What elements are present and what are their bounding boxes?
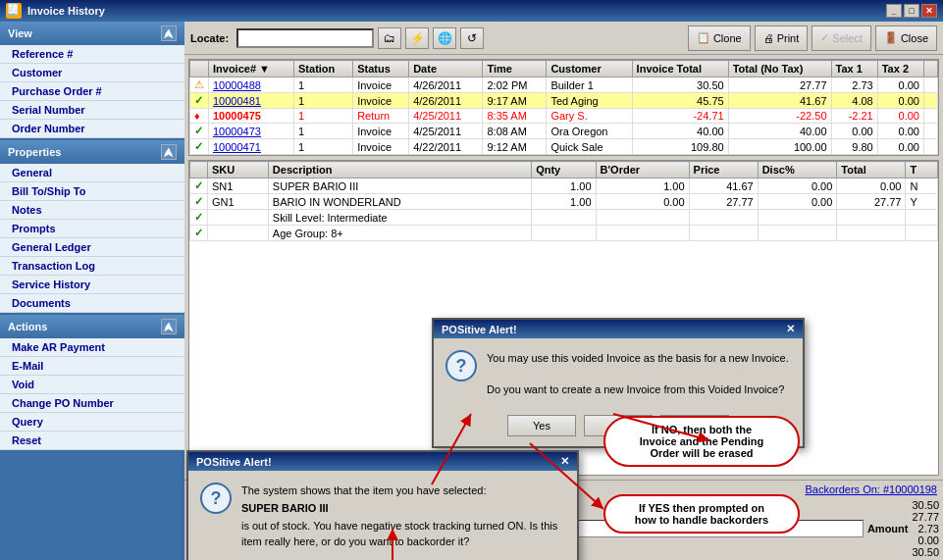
detail-col-total[interactable]: Total [837, 162, 906, 178]
row-invoice[interactable]: 10000481 [209, 93, 294, 109]
row-invoice[interactable]: 10000488 [209, 77, 294, 93]
invoice-row[interactable]: ✓ 10000473 1 Invoice 4/25/2011 8:08 AM O… [190, 124, 938, 139]
detail-col-t[interactable]: T [906, 162, 938, 178]
sidebar-item-changepо[interactable]: Change PO Number [0, 394, 184, 413]
dialog2-title-text: POSitive Alert! [196, 456, 272, 468]
sidebar-item-po[interactable]: Purchase Order # [0, 82, 184, 101]
invoice-row[interactable]: ♦ 10000475 1 Return 4/25/2011 8:35 AM Ga… [190, 109, 938, 124]
dialog-close-icon[interactable]: ✕ [786, 323, 795, 335]
sidebar-item-query[interactable]: Query [0, 413, 184, 432]
sidebar: View ⮝ Reference # Customer Purchase Ord… [0, 22, 184, 560]
row-filler [924, 109, 938, 124]
sidebar-item-serial[interactable]: Serial Number [0, 101, 184, 120]
dialog-line2: Do you want to create a new Invoice from… [487, 382, 789, 397]
col-total[interactable]: Invoice Total [632, 61, 728, 77]
invoice-row[interactable]: ✓ 10000481 1 Invoice 4/26/2011 9:17 AM T… [190, 93, 938, 109]
invoice-row[interactable]: ✓ 10000471 1 Invoice 4/22/2011 9:12 AM Q… [190, 139, 938, 155]
col-tax2[interactable]: Tax 2 [877, 61, 923, 77]
dialog2-close-icon[interactable]: ✕ [560, 455, 569, 468]
col-status[interactable]: Status [353, 61, 409, 77]
sidebar-item-reset[interactable]: Reset [0, 432, 184, 450]
maximize-btn[interactable]: □ [904, 4, 919, 18]
invoice-row[interactable]: ⚠ 10000488 1 Invoice 4/26/2011 2:02 PM B… [190, 77, 938, 93]
print-button[interactable]: 🖨 Print [755, 25, 809, 51]
amount-3: 2.73 [918, 523, 939, 535]
main-window: View ⮝ Reference # Customer Purchase Ord… [0, 22, 943, 560]
refresh-icon-btn[interactable]: ↺ [460, 27, 484, 49]
sidebar-item-ar[interactable]: Make AR Payment [0, 338, 184, 357]
sidebar-item-notes[interactable]: Notes [0, 201, 184, 220]
row-icon: ✓ [190, 124, 209, 139]
sidebar-item-billto[interactable]: Bill To/Ship To [0, 182, 184, 201]
sidebar-item-prompts[interactable]: Prompts [0, 220, 184, 238]
dialog-stock-alert: POSitive Alert! ✕ ? The system shows tha… [186, 450, 579, 560]
row-status: Invoice [353, 93, 409, 109]
col-customer[interactable]: Customer [547, 61, 632, 77]
row-date: 4/25/2011 [409, 124, 483, 139]
sidebar-item-customer[interactable]: Customer [0, 64, 184, 82]
row-filler [924, 139, 938, 155]
sidebar-item-general[interactable]: General [0, 164, 184, 182]
view-collapse-btn[interactable]: ⮝ [161, 25, 177, 41]
detail-col-price[interactable]: Price [689, 162, 758, 178]
sidebar-item-order[interactable]: Order Number [0, 120, 184, 138]
filter-icon-btn[interactable]: 🗂 [378, 27, 401, 49]
row-date: 4/22/2011 [409, 139, 483, 155]
sidebar-item-reference[interactable]: Reference # [0, 45, 184, 64]
detail-col-border[interactable]: B'Order [596, 162, 689, 178]
detail-col-disc[interactable]: Disc% [758, 162, 837, 178]
row-tax1: 4.08 [831, 93, 877, 109]
detail-col-qnty[interactable]: Qnty [532, 162, 596, 178]
row-invoice[interactable]: 10000471 [209, 139, 294, 155]
print-icon: 🖨 [763, 32, 774, 44]
properties-section-label: Properties [8, 146, 61, 158]
sidebar-item-txlog[interactable]: Transaction Log [0, 257, 184, 276]
detail-row[interactable]: ✓ SN1 SUPER BARIO III 1.00 1.00 41.67 0.… [190, 178, 938, 194]
sidebar-item-service[interactable]: Service History [0, 276, 184, 294]
col-invoice[interactable]: Invoice# ▼ [209, 61, 294, 77]
close-window-btn[interactable]: ✕ [921, 4, 937, 18]
globe-icon-btn[interactable]: 🌐 [433, 27, 456, 49]
detail-qnty [532, 210, 596, 226]
amount-label: Amount [867, 523, 909, 535]
properties-section: Properties ⮝ General Bill To/Ship To Not… [0, 140, 184, 313]
yes-button[interactable]: Yes [507, 415, 576, 436]
detail-desc: Age Group: 8+ [268, 226, 531, 241]
amount-1: 30.50 [912, 499, 939, 511]
select-button[interactable]: ✓ Select [812, 25, 871, 51]
detail-row[interactable]: ✓ Age Group: 8+ [190, 226, 938, 241]
detail-col-desc[interactable]: Description [268, 162, 531, 178]
row-invoice[interactable]: 10000475 [209, 109, 294, 124]
col-notax[interactable]: Total (No Tax) [728, 61, 831, 77]
clone-button[interactable]: 📋 Clone [688, 25, 751, 51]
invoice-table: Invoice# ▼ Station Status Date Time Cust… [189, 60, 938, 155]
locate-input[interactable] [236, 28, 374, 48]
row-station: 1 [294, 124, 353, 139]
row-station: 1 [294, 109, 353, 124]
dialog-line1: You may use this voided Invoice as the b… [487, 350, 789, 366]
close-button[interactable]: 🚪 Close [875, 25, 937, 51]
detail-table: SKU Description Qnty B'Order Price Disc%… [189, 161, 938, 241]
no-button[interactable]: No [584, 415, 653, 436]
dialog-title-text: POSitive Alert! [442, 324, 517, 335]
cancel-button[interactable]: Cancel [660, 415, 729, 436]
sidebar-item-gl[interactable]: General Ledger [0, 238, 184, 257]
sidebar-item-void[interactable]: Void [0, 376, 184, 394]
actions-section: Actions ⮝ Make AR Payment E-Mail Void Ch… [0, 315, 184, 450]
col-date[interactable]: Date [409, 61, 483, 77]
properties-collapse-btn[interactable]: ⮝ [161, 144, 177, 160]
lightning-icon-btn[interactable]: ⚡ [405, 27, 429, 49]
sidebar-item-docs[interactable]: Documents [0, 294, 184, 313]
sidebar-item-email[interactable]: E-Mail [0, 357, 184, 376]
detail-row[interactable]: ✓ Skill Level: Intermediate [190, 210, 938, 226]
col-station[interactable]: Station [294, 61, 353, 77]
actions-collapse-btn[interactable]: ⮝ [161, 319, 177, 334]
col-tax1[interactable]: Tax 1 [831, 61, 877, 77]
detail-row[interactable]: ✓ GN1 BARIO IN WONDERLAND 1.00 0.00 27.7… [190, 194, 938, 210]
backorder-link[interactable]: Backorders On: #10000198 [805, 484, 937, 495]
minimize-btn[interactable]: _ [886, 4, 902, 18]
col-time[interactable]: Time [483, 61, 547, 77]
detail-qnty [532, 226, 596, 241]
detail-col-sku[interactable]: SKU [208, 162, 269, 178]
row-invoice[interactable]: 10000473 [209, 124, 294, 139]
